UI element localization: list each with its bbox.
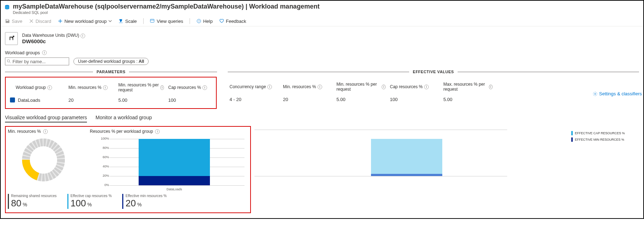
discard-button[interactable]: Discard (29, 19, 51, 24)
info-icon[interactable]: i (155, 129, 160, 134)
heart-icon (219, 19, 224, 24)
scale-icon (118, 19, 123, 24)
info-icon[interactable]: i (103, 85, 108, 90)
new-workload-group-button[interactable]: New workload group (58, 19, 112, 24)
search-icon (7, 59, 11, 64)
info-icon[interactable]: i (318, 85, 322, 89)
min-resources-title: Min. resources % i (8, 129, 79, 134)
feedback-button[interactable]: Feedback (219, 19, 246, 24)
info-icon[interactable]: i (382, 85, 386, 89)
view-queries-button[interactable]: View queries (150, 19, 183, 24)
section-parameters: PARAMETERS (5, 70, 217, 74)
tabs: Visualize workload group parameters Moni… (1, 109, 643, 122)
separator (190, 18, 190, 24)
table-header-row: Concurrency range i Min. resources % i M… (227, 80, 639, 94)
svg-rect-1 (150, 19, 154, 22)
visualize-highlight: Min. resources % i Resources % per workl… (5, 126, 251, 213)
metric-remaining: Remaining shared resources 80 % (8, 194, 57, 209)
page-subtitle: Dedicated SQL pool (13, 10, 320, 15)
info-icon[interactable]: i (47, 85, 52, 90)
page-header: mySampleDataWarehouse (sqlpoolservername… (1, 1, 643, 16)
chevron-down-icon (108, 19, 112, 23)
help-button[interactable]: ? Help (196, 19, 213, 24)
help-icon: ? (196, 19, 201, 24)
tab-visualize[interactable]: Visualize workload group parameters (5, 113, 87, 122)
bar-chart-overview (254, 126, 571, 180)
plus-icon (58, 19, 63, 24)
parameters-highlight: Workload group i Min. resources % i Min.… (5, 77, 217, 109)
svg-point-5 (594, 93, 596, 95)
donut-chart (20, 137, 67, 183)
dwu-icon (5, 32, 18, 45)
filter-pill[interactable]: User-defined workload groups : All (73, 58, 149, 65)
info-icon[interactable]: i (424, 85, 429, 89)
legend-swatch-cap (571, 131, 573, 135)
tab-monitor[interactable]: Monitor a workload group (96, 113, 152, 122)
dwu-value: DW6000c (22, 38, 85, 44)
info-icon[interactable]: i (42, 50, 47, 55)
save-button[interactable]: Save (5, 19, 22, 24)
table-row: 4 - 20 20 5.00 100 5.00 (227, 94, 639, 105)
dwu-label: Data Warehouse Units (DWU) i (22, 33, 85, 38)
svg-point-4 (7, 60, 10, 62)
metric-eff-cap: Effective cap resources % 100 % (67, 194, 112, 209)
gear-icon (593, 91, 598, 96)
discard-icon (29, 19, 34, 24)
info-icon[interactable]: i (43, 129, 48, 134)
save-icon (5, 19, 10, 24)
bar-chart-selected: 100% 80% 60% 40% 20% 0% DataLoads (101, 135, 248, 189)
dwu-row: Data Warehouse Units (DWU) i DW6000c (1, 26, 643, 46)
legend-swatch-min (571, 137, 573, 142)
info-icon[interactable]: i (160, 85, 164, 90)
svg-text:?: ? (198, 20, 200, 23)
table-row[interactable]: DataLoads 20 5.00 100 (6, 95, 216, 105)
info-icon[interactable]: i (267, 85, 272, 89)
legend: EFFECTIVE CAP RESOURCES % EFFECTIVE MIN … (571, 126, 639, 213)
effective-values-block: Concurrency range i Min. resources % i M… (227, 77, 639, 109)
metric-eff-min: Effective min resources % 20 % (122, 194, 166, 209)
info-icon[interactable]: i (489, 85, 493, 89)
toolbar: Save Discard New workload group Scale Vi… (1, 16, 643, 26)
info-icon[interactable]: i (81, 34, 85, 38)
info-icon[interactable]: i (202, 85, 207, 90)
resources-per-group-title: Resources % per workload group i (90, 129, 248, 134)
settings-classifiers-link[interactable]: Settings & classifiers (593, 91, 642, 96)
separator (143, 18, 144, 24)
page-title: mySampleDataWarehouse (sqlpoolservername… (13, 3, 320, 10)
filter-input[interactable]: Filter by name... (5, 57, 69, 65)
table-header-row: Workload group i Min. resources % i Min.… (6, 80, 216, 95)
sql-pool-icon (4, 4, 10, 10)
section-effective: EFFECTIVE VALUES (228, 70, 639, 74)
queries-icon (150, 19, 155, 24)
scale-button[interactable]: Scale (118, 19, 137, 24)
workload-groups-header: Workload groups i (1, 46, 643, 57)
workload-group-icon (10, 97, 15, 102)
